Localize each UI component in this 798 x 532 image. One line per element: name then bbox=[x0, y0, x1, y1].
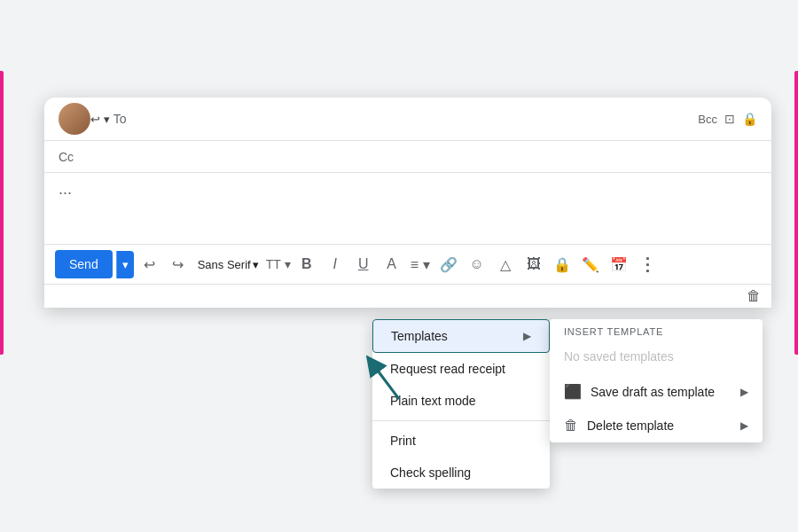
delete-template-icon: 🗑 bbox=[564, 418, 578, 434]
bold-button[interactable]: B bbox=[294, 252, 319, 277]
templates-label: Templates bbox=[391, 329, 448, 343]
redo-button[interactable]: ↪ bbox=[166, 252, 191, 277]
emoji-button[interactable]: ☺ bbox=[465, 252, 489, 277]
send-dropdown-button[interactable]: ▾ bbox=[116, 251, 134, 278]
italic-button[interactable]: I bbox=[323, 252, 348, 277]
toolbar: Send ▾ ↩ ↪ Sans Serif ▾ TT ▾ B I U A ≡ ▾… bbox=[44, 244, 771, 284]
font-dropdown-arrow: ▾ bbox=[253, 258, 259, 271]
font-selector[interactable]: Sans Serif ▾ bbox=[194, 254, 262, 275]
save-draft-icon: ⬛ bbox=[564, 383, 582, 400]
to-field-row: ↩ ▾ To Bcc ⊡ 🔒 bbox=[44, 98, 771, 141]
send-button[interactable]: Send bbox=[55, 250, 113, 278]
align-button[interactable]: ≡ ▾ bbox=[408, 252, 433, 277]
dropdown-item-print[interactable]: Print bbox=[372, 425, 550, 457]
cc-label: Cc bbox=[59, 150, 74, 164]
bcc-area: Bcc ⊡ 🔒 bbox=[698, 112, 757, 126]
pink-bar-left bbox=[0, 71, 4, 355]
avatar-image bbox=[59, 103, 90, 135]
drive-button[interactable]: △ bbox=[493, 252, 518, 277]
pink-bar-right bbox=[794, 71, 798, 355]
text-color-button[interactable]: A bbox=[379, 252, 404, 277]
font-name: Sans Serif bbox=[198, 258, 251, 271]
to-input[interactable] bbox=[131, 112, 698, 126]
undo-button[interactable]: ↩ bbox=[137, 252, 162, 277]
avatar bbox=[59, 103, 90, 135]
signature-button[interactable]: ✏️ bbox=[578, 252, 603, 277]
delete-template-chevron: ▶ bbox=[740, 419, 748, 432]
delete-draft-button[interactable]: 🗑 bbox=[747, 288, 761, 304]
attach-link-button[interactable]: 🔗 bbox=[436, 252, 461, 277]
page-background: — ↩ ▾ To Bcc ⊡ 🔒 Cc ... bbox=[0, 0, 798, 532]
cc-input[interactable] bbox=[81, 150, 757, 164]
submenu-item-delete-template[interactable]: 🗑 Delete template ▶ bbox=[550, 409, 763, 442]
save-icon: ⊡ bbox=[724, 112, 735, 126]
send-label: Send bbox=[69, 257, 98, 271]
ellipsis-button: ... bbox=[59, 180, 757, 199]
text-formatting-button[interactable]: TT ▾ bbox=[266, 252, 291, 277]
templates-chevron: ▶ bbox=[523, 330, 531, 342]
compose-content[interactable]: ... bbox=[44, 173, 771, 244]
underline-button[interactable]: U bbox=[351, 252, 376, 277]
save-draft-chevron: ▶ bbox=[740, 386, 748, 398]
bcc-label: Bcc bbox=[698, 113, 717, 126]
check-spelling-label: Check spelling bbox=[390, 466, 471, 480]
calendar-button[interactable]: 📅 bbox=[606, 252, 631, 277]
save-draft-label: Save draft as template bbox=[591, 385, 732, 399]
templates-submenu: INSERT TEMPLATE No saved templates ⬛ Sav… bbox=[550, 319, 763, 442]
photo-button[interactable]: 🖼 bbox=[521, 252, 546, 277]
lock-content-button[interactable]: 🔒 bbox=[550, 252, 575, 277]
submenu-header: INSERT TEMPLATE bbox=[550, 319, 763, 344]
submenu-item-save-draft[interactable]: ⬛ Save draft as template ▶ bbox=[550, 374, 763, 409]
lock-icon: 🔒 bbox=[742, 112, 757, 126]
cc-field-row: Cc bbox=[44, 141, 771, 173]
reply-icon: ↩ ▾ bbox=[90, 113, 110, 126]
svg-line-1 bbox=[372, 364, 399, 399]
no-templates-text: No saved templates bbox=[550, 344, 763, 374]
dropdown-item-check-spelling[interactable]: Check spelling bbox=[372, 457, 550, 489]
arrow-annotation bbox=[364, 355, 417, 411]
compose-footer: 🗑 bbox=[44, 284, 771, 308]
more-options-button[interactable]: ⋮ bbox=[635, 252, 660, 277]
dropdown-item-templates[interactable]: Templates ▶ bbox=[372, 319, 550, 353]
print-label: Print bbox=[390, 434, 416, 448]
compose-window: ↩ ▾ To Bcc ⊡ 🔒 Cc ... Send ▾ ↩ ↪ bbox=[44, 98, 771, 308]
delete-template-label: Delete template bbox=[587, 419, 732, 433]
dropdown-divider bbox=[372, 420, 550, 421]
to-label: To bbox=[113, 112, 127, 126]
